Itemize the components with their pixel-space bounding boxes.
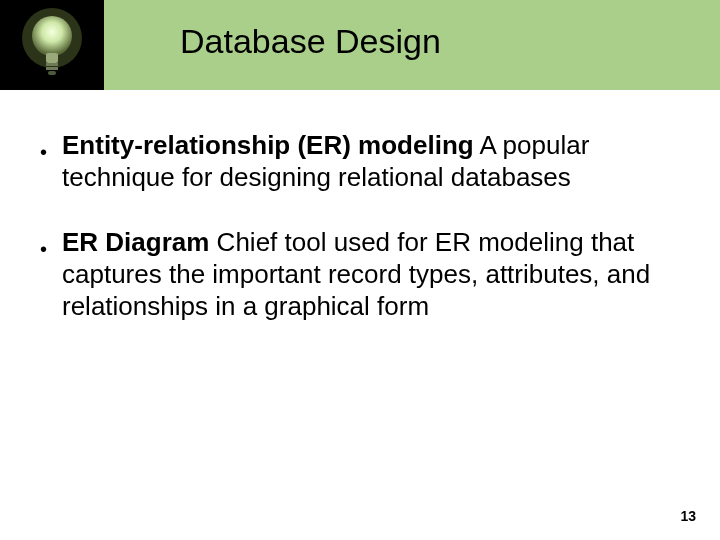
bullet-item: • ER Diagram Chief tool used for ER mode… [40, 227, 680, 322]
svg-rect-5 [48, 71, 56, 75]
svg-rect-2 [46, 53, 58, 63]
lightbulb-icon [17, 5, 87, 85]
bullet-bold: Entity-relationship (ER) modeling [62, 130, 474, 160]
header-icon-block [0, 0, 104, 90]
header-band: Database Design [0, 0, 720, 90]
page-number: 13 [680, 508, 696, 524]
bullet-text: ER Diagram Chief tool used for ER modeli… [62, 227, 680, 322]
slide-title: Database Design [180, 22, 441, 61]
svg-rect-4 [46, 67, 58, 70]
bullet-item: • Entity-relationship (ER) modeling A po… [40, 130, 680, 193]
bullet-dot: • [40, 142, 48, 162]
svg-rect-3 [46, 63, 58, 66]
svg-point-1 [32, 16, 72, 56]
bullet-bold: ER Diagram [62, 227, 209, 257]
slide-content: • Entity-relationship (ER) modeling A po… [40, 130, 680, 357]
bullet-text: Entity-relationship (ER) modeling A popu… [62, 130, 680, 193]
bullet-dot: • [40, 239, 48, 259]
